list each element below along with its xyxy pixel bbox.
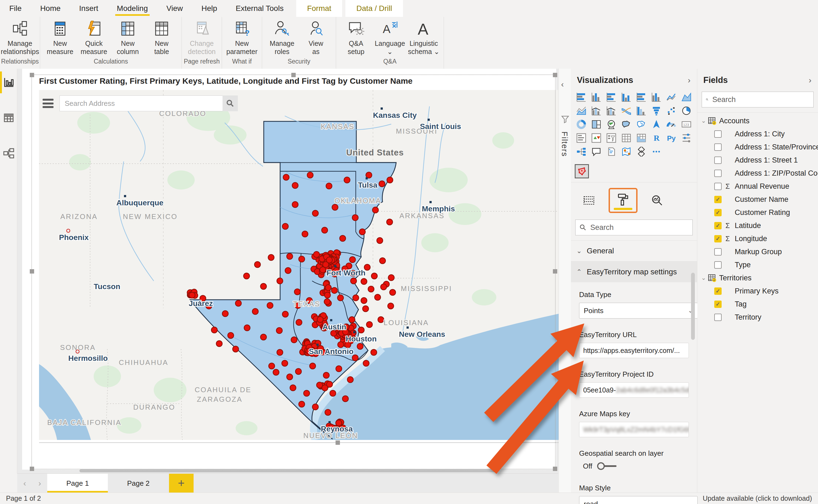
visual-type-100-stacked-bar-icon[interactable] [636,92,647,103]
visual-type-line-stacked-column-icon[interactable] [591,105,602,116]
checked-checkbox[interactable]: ✓ [714,222,722,229]
canvas-horizontal-scrollbar[interactable] [17,469,558,473]
easyterritory-map-visual[interactable]: COLORADOKANSASMISSOURIOKLAHOMAARKANSASAR… [39,90,559,440]
new-page-button[interactable]: + [169,474,193,493]
language-button[interactable]: ALanguage ⌄ [374,20,406,56]
ribbon-tab-file[interactable]: File [0,0,31,17]
visual-type-r-script-icon[interactable]: R [651,133,662,143]
checked-checkbox[interactable]: ✓ [714,287,722,295]
tab-page-2[interactable]: Page 2 [108,474,168,493]
visual-type-slicer-icon[interactable] [606,133,617,143]
map-address-search-input[interactable] [59,95,223,111]
new-table-button[interactable]: New table [145,20,178,56]
checked-checkbox[interactable]: ✓ [714,196,722,203]
collapse-fields-icon[interactable]: › [809,76,811,85]
field-address-1-state-province[interactable]: Address 1: State/Province [697,140,818,154]
expand-filters-icon[interactable]: ‹ [561,80,564,89]
ribbon-tab-data-drill[interactable]: Data / Drill [345,0,403,17]
data-view-icon[interactable] [3,112,15,124]
selected-visual-easyterritory[interactable] [575,164,589,178]
collapse-visualizations-icon[interactable]: › [688,76,691,85]
map-style-dropdown[interactable]: road⌄ [579,496,698,504]
visual-type-multi-row-card-icon[interactable] [576,133,587,143]
fields-search-input[interactable] [712,95,810,104]
fields-table-territories[interactable]: ⌄Territories [697,271,818,284]
linguistic-schema-button[interactable]: ALinguistic schema ⌄ [408,20,440,56]
manage-roles-button[interactable]: Manage roles [266,20,298,56]
page-nav-back-icon[interactable]: ‹ [17,474,32,493]
section-easyterritory-map-settings[interactable]: ⌃ EasyTerritory map settings [571,261,697,282]
visual-type-100-stacked-column-icon[interactable] [651,92,662,103]
visual-type-funnel-icon[interactable] [651,105,662,116]
field-customer-rating[interactable]: ✓Customer Rating [697,206,818,219]
ribbon-tab-help[interactable]: Help [192,0,227,17]
visual-type-stacked-bar-icon[interactable] [576,92,587,103]
checked-checkbox[interactable]: ✓ [714,209,722,216]
visual-type-arcgis-map-icon[interactable] [621,146,632,157]
visual-type-q-and-a-icon[interactable] [591,146,602,157]
new-parameter-button[interactable]: ?New parameter [226,20,258,56]
report-page[interactable]: First Customer Rating, First Primary Key… [22,69,556,470]
tab-format[interactable] [616,192,630,208]
unchecked-checkbox[interactable] [714,130,722,138]
ribbon-tab-home[interactable]: Home [31,0,70,17]
visual-type-line-icon[interactable] [666,92,677,103]
visual-type-power-apps-icon[interactable] [636,146,647,157]
unchecked-checkbox[interactable] [714,248,722,256]
visual-type-donut-icon[interactable] [576,119,587,130]
update-available-link[interactable]: Update available (click to download) [703,494,812,502]
ribbon-tab-format[interactable]: Format [296,0,342,17]
visual-type-card-icon[interactable]: 123 [681,119,692,130]
unchecked-checkbox[interactable] [714,261,722,269]
azure-maps-key-input[interactable]: Wk9rT3pVq8LxZ2mN4bY7cD1fG6hJ [579,422,689,437]
field-markup-group[interactable]: Markup Group [697,245,818,258]
manage-relationships-button[interactable]: Manage relationships [4,20,36,56]
unchecked-checkbox[interactable] [714,170,722,177]
ribbon-tab-modeling[interactable]: Modeling [107,0,157,17]
visual-type-gauge-icon[interactable] [666,119,677,130]
visual-type-treemap-icon[interactable] [591,119,602,130]
map-address-search-button[interactable] [223,95,238,111]
chevron-down-icon[interactable]: ⌄ [699,274,708,281]
visual-type-clustered-bar-icon[interactable] [606,92,617,103]
visual-type-get-more-visuals-icon[interactable] [651,146,662,157]
field-address-1-zip-postal-code[interactable]: Address 1: ZIP/Postal Code [697,167,818,180]
visual-type-smart-narrative-icon[interactable] [606,146,617,157]
fields-table-accounts[interactable]: ⌄Accounts [697,114,818,127]
visual-type-metrics-icon[interactable] [681,133,692,143]
ribbon-tab-insert[interactable]: Insert [70,0,107,17]
visual-type-shape-map-icon[interactable] [636,119,647,130]
ribbon-tab-external-tools[interactable]: External Tools [226,0,293,17]
visual-type-table-icon[interactable] [621,133,632,143]
visual-type-python-icon[interactable]: Py [666,133,677,143]
field-longitude[interactable]: ✓ΣLongitude [697,232,818,245]
field-customer-name[interactable]: ✓Customer Name [697,193,818,206]
tab-fields[interactable] [582,193,596,208]
visual-type-line-clustered-column-icon[interactable] [606,105,617,116]
map-menu-icon[interactable] [43,99,53,108]
checked-checkbox[interactable]: ✓ [714,301,722,308]
unchecked-checkbox[interactable] [714,157,722,164]
qa-setup-button[interactable]: Q&A setup [340,20,372,56]
report-view-icon[interactable] [3,76,15,88]
field-primary-keys[interactable]: ✓Primary Keys [697,284,818,298]
field-address-1-city[interactable]: Address 1: City [697,127,818,140]
page-nav-forward-icon[interactable]: › [32,474,47,493]
format-pane-scrollbar[interactable] [691,273,695,340]
visual-type-map-icon[interactable] [606,119,617,130]
visual-type-decomposition-tree-icon[interactable] [576,146,587,157]
view-as-button[interactable]: View as [300,20,332,56]
field-annual-revenue[interactable]: ΣAnnual Revenue [697,180,818,193]
quick-measure-button[interactable]: Quick measure [78,20,110,56]
geospatial-toggle-off[interactable] [596,461,617,471]
visual-type-waterfall-icon[interactable] [636,105,647,116]
visual-type-area-icon[interactable] [681,92,692,103]
data-type-dropdown[interactable]: Points⌄ [579,303,698,319]
visual-type-filled-map-icon[interactable] [621,119,632,130]
field-territory[interactable]: Territory [697,311,818,324]
visual-type-azure-map-icon[interactable] [651,119,662,130]
easyterritory-url-input[interactable]: https://apps.easyterritory.com/... [579,343,689,358]
tab-page-1[interactable]: Page 1 [47,474,108,493]
visual-type-pie-icon[interactable] [681,105,692,116]
field-type[interactable]: Type [697,258,818,271]
